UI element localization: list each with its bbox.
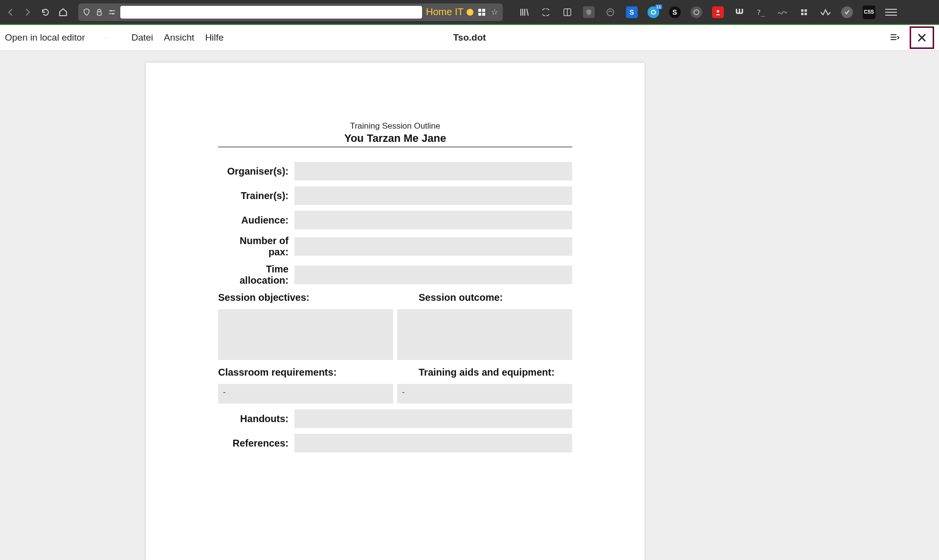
menu-view[interactable]: Ansicht [164, 32, 194, 43]
extension-check-icon[interactable] [841, 6, 853, 18]
extension-generic-icon-1[interactable] [604, 6, 616, 18]
field-pax[interactable] [294, 237, 572, 256]
open-local-editor-link[interactable]: Open in local editor [5, 32, 85, 43]
shield-icon[interactable] [82, 8, 91, 17]
doc-header: Training Session Outline You Tarzan Me J… [218, 121, 572, 147]
extension-terminal-icon[interactable]: ?_ [755, 6, 767, 18]
row-handouts: Handouts: [218, 409, 572, 428]
document-page: Training Session Outline You Tarzan Me J… [146, 63, 645, 560]
ublock-icon[interactable] [583, 6, 595, 18]
extension-css-icon[interactable]: CSS [863, 5, 875, 19]
row-time: Time allocation: [218, 264, 572, 286]
extension-icons: S 11 S ?_ CSS [518, 5, 875, 19]
app-toolbar: Open in local editor ⎓ Datei Ansicht Hil… [0, 25, 939, 51]
home-icon[interactable] [58, 7, 68, 18]
field-time[interactable] [294, 266, 572, 284]
label-aids: Training aids and equipment: [397, 367, 572, 378]
badge-count: 11 [655, 4, 662, 9]
label-trainer: Trainer(s): [218, 190, 289, 202]
app-toolbar-right [889, 26, 934, 49]
reader-icon[interactable] [561, 6, 573, 18]
browser-toolbar: Home IT ☆ S 11 S [0, 0, 939, 25]
extension-wave2-icon[interactable] [820, 6, 831, 18]
close-button[interactable] [910, 26, 934, 49]
extension-red-icon[interactable] [712, 6, 724, 18]
field-trainer[interactable] [294, 186, 572, 205]
field-aids[interactable]: - [397, 384, 572, 403]
svg-point-1 [111, 10, 112, 11]
row-references: References: [218, 434, 572, 452]
label-outcome: Session outcome: [397, 292, 572, 303]
row-trainer: Trainer(s): [218, 186, 572, 205]
extension-w-icon[interactable] [734, 6, 745, 18]
apps-grid-icon[interactable] [477, 8, 486, 17]
label-handouts: Handouts: [218, 413, 289, 425]
field-references[interactable] [294, 434, 572, 452]
row-classroom-aids-boxes: - - [218, 384, 572, 403]
label-objectives: Session objectives: [218, 292, 393, 303]
row-classroom-aids-labels: Classroom requirements: Training aids an… [218, 367, 572, 378]
forward-icon[interactable] [22, 7, 33, 18]
label-audience: Audience: [218, 215, 289, 226]
row-objectives-outcome-labels: Session objectives: Session outcome: [218, 292, 572, 303]
document-viewport[interactable]: Training Session Outline You Tarzan Me J… [0, 51, 939, 560]
svg-point-6 [694, 10, 699, 15]
label-references: References: [218, 438, 289, 449]
status-dot-icon [467, 9, 473, 16]
doc-title-text: You Tarzan Me Jane [218, 132, 572, 147]
label-time: Time allocation: [218, 264, 289, 286]
label-classroom: Classroom requirements: [218, 367, 393, 378]
field-audience[interactable] [294, 211, 572, 229]
extension-s-icon[interactable]: S [626, 6, 638, 18]
doc-subtitle: Training Session Outline [218, 121, 572, 131]
document-title: Tso.dot [453, 32, 486, 43]
extension-wave-icon[interactable] [777, 6, 788, 18]
field-handouts[interactable] [294, 409, 572, 428]
extension-grey-icon[interactable] [691, 6, 702, 18]
row-objectives-outcome-boxes [218, 309, 572, 360]
field-classroom[interactable]: - [218, 384, 393, 403]
header-rule [218, 147, 572, 147]
field-outcome[interactable] [397, 309, 572, 360]
reload-icon[interactable] [40, 7, 51, 18]
lock-icon[interactable] [95, 8, 104, 17]
bookmark-star-icon[interactable]: ☆ [490, 8, 499, 17]
extension-s2-icon[interactable]: S [669, 6, 681, 18]
url-bar-group: Home IT ☆ [78, 3, 503, 21]
label-pax: Number of pax: [218, 235, 289, 258]
back-icon[interactable] [5, 7, 16, 18]
library-icon[interactable] [518, 6, 530, 18]
menu-hamburger-icon[interactable] [885, 6, 897, 18]
url-input[interactable] [120, 6, 422, 19]
svg-rect-0 [97, 12, 101, 15]
home-it-label[interactable]: Home IT [426, 6, 473, 18]
settings-sliders-icon[interactable] [108, 8, 116, 17]
extension-squares-icon[interactable] [798, 6, 810, 18]
menu-help[interactable]: Hilfe [205, 32, 224, 43]
label-organiser: Organiser(s): [218, 166, 289, 177]
svg-point-7 [716, 10, 719, 12]
sidebar-toggle-icon[interactable] [889, 32, 900, 43]
svg-point-5 [651, 10, 655, 14]
status-glyph-icon: ⎓ [105, 36, 107, 40]
svg-point-2 [112, 13, 114, 14]
row-audience: Audience: [218, 211, 572, 229]
extension-blue-icon[interactable]: 11 [648, 6, 659, 18]
field-objectives[interactable] [218, 309, 393, 360]
row-pax: Number of pax: [218, 235, 572, 258]
home-it-text: Home IT [426, 6, 464, 18]
field-organiser[interactable] [294, 162, 572, 180]
screenshot-icon[interactable] [540, 6, 552, 18]
menu-file[interactable]: Datei [132, 32, 153, 43]
row-organiser: Organiser(s): [218, 162, 572, 180]
svg-point-4 [607, 9, 614, 16]
